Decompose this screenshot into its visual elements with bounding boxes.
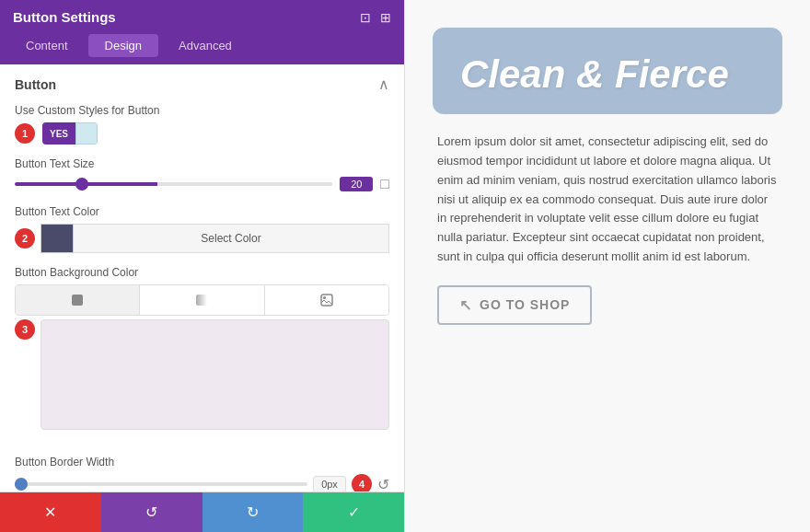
border-width-row: 0px 4 ↺: [15, 474, 389, 492]
select-color-button[interactable]: Select Color: [74, 224, 389, 253]
tab-content[interactable]: Content: [9, 34, 85, 57]
section-title: Button: [15, 77, 56, 92]
text-size-field: Button Text Size 20 □: [15, 157, 389, 192]
custom-styles-field: Use Custom Styles for Button 1 YES: [15, 104, 389, 145]
tabs-row: Content Design Advanced: [0, 34, 404, 64]
toggle-switch[interactable]: YES: [42, 122, 98, 145]
cancel-button[interactable]: ✕: [0, 492, 101, 532]
color-picker-area[interactable]: [40, 319, 389, 430]
text-color-swatch[interactable]: [40, 224, 74, 253]
step-3-area: 3: [15, 319, 389, 443]
settings-panel: Button Settings ⊡ ⊞ Content Design Advan…: [0, 0, 405, 532]
svg-rect-1: [196, 295, 207, 306]
text-size-label: Button Text Size: [15, 157, 389, 170]
text-size-reset-icon[interactable]: □: [380, 176, 389, 192]
preview-panel: Clean & Fierce Lorem ipsum dolor sit ame…: [405, 0, 810, 532]
panel-body: Button ∧ Use Custom Styles for Button 1 …: [0, 64, 404, 492]
preview-button-text: GO TO SHOP: [480, 297, 570, 312]
border-width-field: Button Border Width 0px 4 ↺: [15, 456, 389, 492]
text-size-value: 20: [340, 177, 373, 191]
bg-color-field: Button Background Color 3: [15, 266, 389, 443]
step-1-badge: 1: [15, 123, 35, 144]
border-width-slider[interactable]: [15, 482, 307, 486]
bg-color-tabs: [15, 284, 389, 316]
svg-rect-2: [321, 295, 332, 306]
step-2-badge: 2: [15, 228, 35, 249]
preview-body-text: Lorem ipsum dolor sit amet, consectetur …: [437, 133, 778, 267]
hero-title: Clean & Fierce: [460, 53, 755, 96]
image-icon: [319, 293, 334, 307]
text-color-row: 2 Select Color: [15, 224, 389, 253]
border-width-value: 0px: [313, 476, 346, 492]
svg-rect-0: [72, 295, 83, 306]
step-4-badge: 4: [352, 474, 372, 492]
bottom-toolbar: ✕ ↺ ↻ ✓: [0, 492, 404, 532]
text-size-slider-row: 20 □: [15, 176, 389, 192]
svg-point-3: [323, 296, 326, 299]
expand-icon[interactable]: ⊞: [380, 10, 391, 25]
toggle-checkbox[interactable]: [75, 122, 98, 145]
bg-color-tab-image[interactable]: [265, 285, 388, 315]
save-button[interactable]: ✓: [303, 492, 404, 532]
preview-content: Lorem ipsum dolor sit amet, consectetur …: [433, 133, 782, 325]
panel-header-icons: ⊡ ⊞: [360, 10, 391, 25]
section-toggle-icon[interactable]: ∧: [378, 75, 389, 93]
border-width-label: Button Border Width: [15, 456, 389, 468]
tab-advanced[interactable]: Advanced: [162, 34, 249, 57]
custom-styles-toggle-row: 1 YES: [15, 122, 389, 145]
gradient-icon: [194, 293, 209, 307]
text-size-slider[interactable]: [15, 182, 332, 186]
border-reset-icon[interactable]: ↺: [377, 476, 389, 492]
bg-color-label: Button Background Color: [15, 266, 389, 279]
reset-button[interactable]: ↺: [101, 492, 202, 532]
bg-color-tab-solid[interactable]: [16, 285, 140, 315]
hero-banner: Clean & Fierce: [433, 28, 782, 114]
step-3-badge: 3: [15, 319, 35, 340]
panel-header: Button Settings ⊡ ⊞: [0, 0, 404, 34]
custom-styles-label: Use Custom Styles for Button: [15, 104, 389, 117]
toggle-yes-label: YES: [42, 122, 75, 145]
text-color-label: Button Text Color: [15, 205, 389, 218]
panel-title: Button Settings: [13, 9, 116, 25]
bg-color-tab-gradient[interactable]: [140, 285, 264, 315]
section-header: Button ∧: [15, 75, 389, 93]
cursor-icon: ↖: [459, 296, 472, 314]
preview-button[interactable]: ↖ GO TO SHOP: [437, 285, 592, 325]
restore-icon[interactable]: ⊡: [360, 10, 371, 25]
solid-icon: [70, 293, 85, 307]
text-color-field: Button Text Color 2 Select Color: [15, 205, 389, 253]
redo-button[interactable]: ↻: [202, 492, 304, 532]
tab-design[interactable]: Design: [88, 34, 158, 57]
